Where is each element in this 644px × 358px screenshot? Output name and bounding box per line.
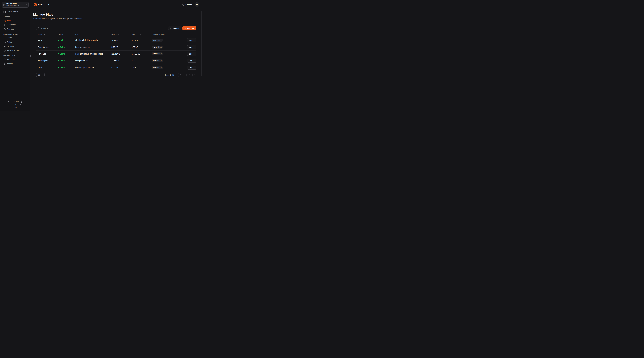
first-page-button[interactable] [178, 73, 182, 77]
add-site-button[interactable]: Add Site [182, 26, 196, 30]
page-title: Manage Sites [33, 13, 199, 16]
sidebar-item-label: Resources [7, 24, 16, 26]
data-in: 534.98 GB [110, 67, 130, 69]
online-status: Online [60, 60, 65, 62]
column-header-name[interactable]: Name [36, 34, 56, 36]
brand-name: PANGOLIN [38, 3, 49, 6]
site-name: Home Lab [36, 53, 56, 55]
edit-button[interactable]: Edit [187, 59, 196, 63]
column-header-site[interactable]: Site [74, 34, 110, 36]
next-page-button[interactable] [188, 73, 191, 77]
page-info: Page 1 of 1 [165, 74, 174, 76]
link-icon [4, 49, 6, 52]
refresh-button[interactable]: Refresh [168, 26, 181, 30]
online-status-dot [58, 46, 59, 48]
theme-toggle[interactable]: System [182, 3, 192, 6]
arrow-right-icon [193, 39, 195, 41]
site-name: Jeff's Laptop [36, 60, 56, 62]
gear-icon [4, 62, 6, 65]
last-page-button[interactable] [192, 73, 196, 77]
user-icon [4, 37, 6, 39]
arrow-right-icon [193, 67, 195, 69]
prev-page-button[interactable] [183, 73, 186, 77]
brand-logo: PANGOLIN [33, 3, 49, 7]
chevron-right-icon [188, 74, 190, 76]
row-menu-button[interactable] [182, 39, 185, 41]
table-row: AWS VPC Online vivacious-little-blue-pen… [36, 37, 196, 44]
sidebar-item-label: Domains [7, 28, 14, 30]
data-in: 5.00 MB [110, 46, 130, 48]
site-name: AWS VPC [36, 39, 56, 41]
ellipsis-icon [183, 46, 185, 48]
sidebar-item-server-admin[interactable]: Server Admin [2, 10, 28, 13]
sidebar-section-general: GENERAL [2, 16, 28, 18]
sidebar-item-settings[interactable]: Settings [2, 62, 28, 65]
ellipsis-icon [183, 60, 185, 62]
row-menu-button[interactable] [182, 46, 185, 48]
site-slug: vivacious-little-blue-penguin [74, 39, 110, 41]
data-out: 3.20 MB [130, 46, 150, 48]
online-status: Online [60, 53, 65, 55]
waypoints-icon [4, 24, 6, 26]
search-icon [38, 27, 40, 29]
sidebar-item-users[interactable]: Users [2, 36, 28, 39]
site-slug: fortunate-cape-fox [74, 46, 110, 48]
sites-table: Name Online Site Data In Data Out [36, 32, 196, 71]
online-status: Online [60, 46, 65, 48]
sidebar-item-label: Settings [7, 62, 14, 65]
sidebar-item-domains[interactable]: Domains [2, 27, 28, 31]
connection-type-badge: Newtv1.3.2 [152, 39, 163, 42]
sidebar-item-api-keys[interactable]: API Keys [2, 58, 28, 61]
community-edition-link[interactable]: Community Edition [0, 101, 30, 103]
edit-button[interactable]: Edit [187, 38, 196, 42]
ellipsis-icon [183, 53, 185, 55]
org-selector-value: milo@fossorial.io's ... [6, 5, 24, 7]
sidebar-item-invitations[interactable]: Invitations [2, 45, 28, 48]
sidebar-item-roles[interactable]: Roles [2, 40, 28, 44]
scrollbar-thumb[interactable] [201, 11, 202, 76]
edit-button[interactable]: Edit [187, 52, 196, 56]
plus-icon [184, 27, 186, 29]
building-icon [3, 3, 5, 6]
edit-button[interactable]: Edit [187, 66, 196, 70]
row-menu-button[interactable] [182, 59, 185, 62]
chevrons-up-down-icon [25, 4, 27, 6]
sidebar-nav: Server Admin GENERAL Sites Resources Dom… [0, 7, 30, 66]
book-open-icon [20, 104, 21, 106]
sidebar-section-access-control: ACCESS CONTROL [2, 33, 28, 35]
sites-toolbar: Refresh Add Site [36, 26, 196, 30]
row-menu-button[interactable] [182, 53, 185, 55]
site-name: Office [36, 67, 56, 69]
column-header-online[interactable]: Online [56, 34, 74, 36]
data-out: 780.12 GB [130, 67, 150, 69]
sidebar-item-shareable-links[interactable]: Shareable Links [2, 49, 28, 52]
documentation-link[interactable]: Documentation [0, 103, 30, 106]
edit-button[interactable]: Edit [187, 45, 196, 49]
sort-icon [64, 34, 66, 35]
theme-label: System [186, 3, 192, 6]
avatar[interactable]: M [195, 2, 199, 7]
org-selector[interactable]: Organization milo@fossorial.io's ... [2, 2, 28, 7]
site-slug: welcome-giant-mole-rat [74, 67, 110, 69]
chevron-left-icon [184, 74, 186, 76]
sidebar-section-organization: ORGANIZATION [2, 55, 28, 56]
search-input[interactable] [36, 26, 82, 30]
ellipsis-icon [183, 39, 185, 41]
page-subtitle: Allow connectivity to your network throu… [33, 17, 199, 20]
sidebar-item-resources[interactable]: Resources [2, 23, 28, 26]
sidebar-item-sites[interactable]: Sites [2, 19, 28, 22]
sort-icon [139, 34, 141, 35]
table-header-row: Name Online Site Data In Data Out [36, 32, 196, 37]
row-menu-button[interactable] [182, 66, 185, 69]
page-size-select[interactable]: 20 [36, 73, 44, 77]
sidebar-item-label: Sites [7, 19, 11, 22]
pager [178, 73, 196, 77]
data-in: 12.65 GB [110, 60, 130, 62]
column-header-data-in[interactable]: Data In [110, 34, 130, 36]
column-header-data-out[interactable]: Data Out [130, 34, 150, 36]
sidebar-footer: Community Edition Documentation v1.7.0 [0, 99, 30, 111]
ticket-check-icon [4, 45, 6, 47]
connection-type-badge: Newtv1.3.2 [152, 59, 163, 62]
sidebar-item-label: Roles [7, 41, 12, 43]
column-header-connection-type[interactable]: Connection Type [150, 34, 181, 36]
